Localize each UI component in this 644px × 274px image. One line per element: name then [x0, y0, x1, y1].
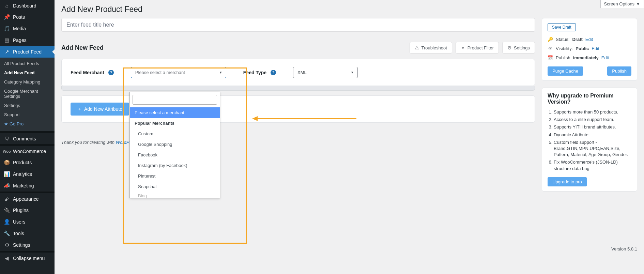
- menu-pages[interactable]: ▤ Pages: [0, 34, 55, 46]
- menu-posts[interactable]: 📌 Posts: [0, 11, 55, 23]
- publish-date-row: 📅 Publish immediately Edit: [548, 53, 631, 62]
- upgrade-item: Access to a elite support team.: [554, 117, 631, 123]
- menu-label: Collapse menu: [13, 256, 45, 261]
- dropdown-search-input[interactable]: [133, 95, 217, 105]
- menu-marketing[interactable]: 📣 Marketing: [0, 180, 55, 192]
- upgrade-heading: Why upgrade to Premium Version?: [548, 93, 631, 105]
- feed-title-input[interactable]: [61, 18, 535, 32]
- filter-icon: ▼: [461, 45, 465, 50]
- save-draft-button[interactable]: Save Draft: [548, 23, 576, 31]
- submenu-all-feeds[interactable]: All Product Feeds: [0, 59, 55, 68]
- menu-label: Comments: [13, 136, 36, 141]
- menu-products[interactable]: 📦 Products: [0, 157, 55, 168]
- chevron-down-icon: ▾: [220, 70, 222, 75]
- dropdown-option[interactable]: Snapchat: [130, 181, 220, 192]
- edit-visibility-link[interactable]: Edit: [592, 46, 599, 51]
- menu-label: Settings: [13, 242, 30, 248]
- help-icon[interactable]: ?: [108, 70, 114, 75]
- dropdown-option[interactable]: Pinterest: [130, 171, 220, 181]
- menu-label: Analytics: [13, 171, 32, 177]
- edit-publish-date-link[interactable]: Edit: [601, 55, 609, 60]
- dropdown-option-partial[interactable]: Bing: [130, 192, 220, 198]
- edit-status-link[interactable]: Edit: [585, 37, 593, 42]
- button-label: Add New Attribute: [84, 106, 122, 112]
- upgrade-list: Supports more than 50 products. Access t…: [548, 109, 631, 172]
- gear-icon: ⚙: [507, 45, 512, 50]
- submenu-google-merchant[interactable]: Google Merchant Settings: [0, 87, 55, 101]
- menu-tools[interactable]: 🔧 Tools: [0, 228, 55, 239]
- analytics-icon: 📊: [3, 171, 10, 177]
- media-icon: 🎵: [3, 26, 10, 32]
- products-icon: 📦: [3, 159, 10, 166]
- upgrade-item: Custom field support - Brand,GTIN,MPN,UP…: [554, 139, 631, 158]
- users-icon: 👤: [3, 219, 10, 225]
- help-icon[interactable]: ?: [271, 70, 276, 75]
- key-icon: 🔑: [548, 37, 553, 42]
- upgrade-to-pro-button[interactable]: Upgrade to pro: [548, 177, 587, 186]
- menu-label: Users: [13, 219, 26, 225]
- chevron-down-icon: ▾: [351, 70, 353, 75]
- submenu-support[interactable]: Support: [0, 110, 55, 119]
- arrow-head-icon: [252, 116, 258, 121]
- menu-collapse[interactable]: ◀ Collapse menu: [0, 253, 55, 264]
- arrow-line: [258, 118, 356, 119]
- purge-cache-button[interactable]: Purge Cache: [548, 66, 583, 76]
- menu-product-feed[interactable]: ↗ Product Feed: [0, 46, 55, 58]
- submenu-go-pro[interactable]: Go Pro: [0, 119, 55, 128]
- plus-icon: ＋: [77, 106, 82, 112]
- menu-label: Pages: [13, 37, 27, 43]
- menu-plugins[interactable]: 🔌 Plugins: [0, 204, 55, 216]
- publish-box: Save Draft 🔑 Status: Draft Edit 👁 Visibi…: [542, 18, 637, 81]
- feed-merchant-select[interactable]: Please select a merchant ▾: [131, 67, 226, 78]
- submenu-settings[interactable]: Settings: [0, 101, 55, 110]
- menu-woocommerce[interactable]: Woo WooCommerce: [0, 146, 55, 157]
- admin-sidebar: ⌂ Dashboard 📌 Posts 🎵 Media ▤ Pages ↗ Pr…: [0, 0, 55, 274]
- upgrade-item: Fix WooCommerce's (JSON-LD) structure da…: [554, 159, 631, 171]
- menu-label: Product Feed: [13, 49, 42, 55]
- plugins-icon: 🔌: [3, 207, 10, 213]
- feed-type-label: Feed Type: [243, 70, 266, 75]
- chevron-down-icon: ▼: [636, 1, 640, 6]
- upgrade-box: Why upgrade to Premium Version? Supports…: [542, 88, 637, 192]
- publish-button[interactable]: Publish: [607, 66, 631, 76]
- version-label: Version 5.8.1: [611, 246, 637, 252]
- dropdown-option[interactable]: Instagram (by Facebook): [130, 160, 220, 171]
- menu-label: Appearance: [13, 196, 39, 202]
- dropdown-option[interactable]: Facebook: [130, 150, 220, 160]
- select-value: XML: [297, 70, 307, 75]
- section-heading: Add New Feed: [61, 44, 104, 51]
- menu-appearance[interactable]: 🖌 Appearance: [0, 193, 55, 204]
- dropdown-option[interactable]: Google Shopping: [130, 139, 220, 150]
- menu-label: Plugins: [13, 208, 29, 213]
- menu-users[interactable]: 👤 Users: [0, 216, 55, 228]
- troubleshoot-button[interactable]: ⚠ Troubleshoot: [410, 42, 452, 54]
- woocommerce-icon: Woo: [3, 149, 10, 153]
- dropdown-option-placeholder[interactable]: Please select a merchant: [130, 107, 220, 118]
- screen-options-tab[interactable]: Screen Options ▼: [600, 0, 644, 8]
- settings-button[interactable]: ⚙ Settings: [502, 42, 535, 54]
- upgrade-item: Supports YITH brand attributes.: [554, 124, 631, 130]
- button-label: Settings: [514, 45, 530, 50]
- menu-settings[interactable]: ⚙ Settings: [0, 239, 55, 251]
- submenu-category-mapping[interactable]: Category Mapping: [0, 77, 55, 87]
- product-filter-button[interactable]: ▼ Product Filter: [456, 42, 499, 54]
- submenu-product-feed: All Product Feeds Add New Feed Category …: [0, 58, 55, 131]
- panel-footer-bar: [61, 86, 535, 91]
- menu-media[interactable]: 🎵 Media: [0, 23, 55, 34]
- menu-analytics[interactable]: 📊 Analytics: [0, 168, 55, 180]
- appearance-icon: 🖌: [3, 196, 10, 202]
- dropdown-list[interactable]: Please select a merchant Popular Merchan…: [130, 107, 220, 198]
- visibility-row: 👁 Visibility: Public Edit: [548, 44, 631, 53]
- dashboard-icon: ⌂: [3, 3, 10, 9]
- collapse-icon: ◀: [3, 255, 10, 261]
- menu-dashboard[interactable]: ⌂ Dashboard: [0, 0, 55, 11]
- menu-comments[interactable]: 🗨 Comments: [0, 133, 55, 144]
- feed-config-panel: Feed Merchant ? Please select a merchant…: [61, 59, 535, 86]
- screen-options-label: Screen Options: [604, 1, 635, 6]
- menu-label: Dashboard: [13, 3, 36, 9]
- feed-type-select[interactable]: XML ▾: [293, 67, 358, 78]
- submenu-add-new-feed[interactable]: Add New Feed: [0, 68, 55, 77]
- dropdown-option[interactable]: Custom: [130, 128, 220, 139]
- action-buttons: ⚠ Troubleshoot ▼ Product Filter ⚙ Settin…: [410, 42, 535, 54]
- add-attribute-button[interactable]: ＋ Add New Attribute: [71, 103, 129, 116]
